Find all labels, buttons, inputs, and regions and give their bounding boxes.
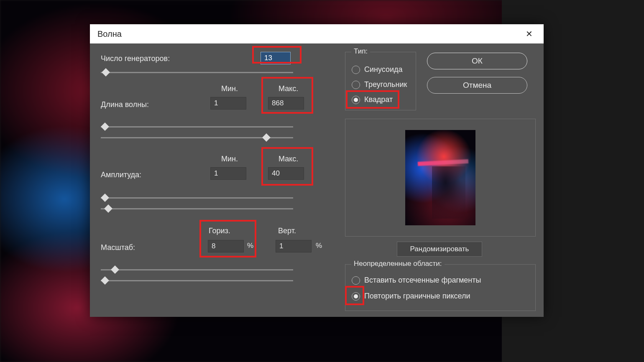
- amplitude-max-slider[interactable]: [101, 208, 293, 209]
- preview-panel: [345, 119, 536, 237]
- generators-input[interactable]: [261, 52, 291, 64]
- cancel-button[interactable]: Отмена: [427, 77, 527, 94]
- wavelength-max-slider-thumb[interactable]: [262, 133, 271, 142]
- amplitude-max-label: Макс.: [279, 155, 298, 163]
- wavelength-min-input[interactable]: [210, 97, 246, 110]
- amplitude-max-input[interactable]: [268, 167, 304, 180]
- scale-horiz-slider-thumb[interactable]: [111, 265, 119, 274]
- scale-vert-slider[interactable]: [101, 280, 293, 281]
- randomize-button[interactable]: Рандомизировать: [397, 242, 482, 257]
- scale-vert-percent: %: [316, 242, 322, 250]
- undefined-repeat-label: Повторить граничные пиксели: [364, 292, 470, 301]
- highlight-amplitude-max: [261, 147, 313, 186]
- type-triangle-label: Треугольник: [364, 80, 407, 89]
- radio-icon: [352, 81, 360, 89]
- scale-horiz-label: Гориз.: [209, 227, 230, 235]
- undefined-group-title: Неопределенные области:: [351, 260, 445, 268]
- close-icon[interactable]: ✕: [522, 27, 536, 41]
- wavelength-max-label: Макс.: [279, 84, 298, 93]
- wavelength-max-input[interactable]: [268, 97, 304, 110]
- wavelength-label: Длина волны:: [101, 100, 149, 109]
- amplitude-min-slider[interactable]: [101, 197, 293, 199]
- scale-vert-input[interactable]: [276, 240, 312, 252]
- generators-label: Число генераторов:: [101, 54, 170, 63]
- radio-icon: [352, 66, 360, 74]
- amplitude-min-label: Мин.: [221, 155, 238, 163]
- dialog-titlebar[interactable]: Волна ✕: [90, 24, 544, 43]
- ok-button[interactable]: ОК: [427, 53, 527, 69]
- wavelength-min-label: Мин.: [221, 84, 238, 93]
- radio-icon: [352, 96, 360, 104]
- type-group-title: Тип:: [351, 47, 370, 56]
- scale-label: Масштаб:: [101, 243, 135, 252]
- scale-horiz-input[interactable]: [208, 240, 244, 252]
- radio-icon: [352, 276, 360, 285]
- preview-image: [405, 130, 475, 225]
- randomize-button-label: Рандомизировать: [410, 245, 469, 253]
- undefined-areas-group: Неопределенные области:: [345, 264, 536, 311]
- scale-horiz-percent: %: [247, 242, 253, 250]
- scale-horiz-slider[interactable]: [101, 269, 293, 270]
- type-sine-label: Синусоида: [364, 65, 403, 74]
- generators-slider-thumb[interactable]: [102, 68, 110, 76]
- generators-slider[interactable]: [101, 72, 293, 73]
- wavelength-min-slider-thumb[interactable]: [101, 122, 109, 131]
- scale-vert-slider-thumb[interactable]: [101, 276, 109, 285]
- type-radio-sine[interactable]: Синусоида: [352, 65, 403, 74]
- amplitude-min-input[interactable]: [210, 167, 246, 180]
- type-radio-square[interactable]: Квадрат: [352, 95, 393, 104]
- undefined-radio-wrap[interactable]: Вставить отсеченные фрагменты: [352, 276, 481, 285]
- type-radio-triangle[interactable]: Треугольник: [352, 80, 407, 89]
- undefined-wrap-label: Вставить отсеченные фрагменты: [364, 276, 481, 285]
- ok-button-label: ОК: [472, 56, 483, 66]
- scale-vert-label: Верт.: [278, 227, 296, 235]
- radio-icon: [352, 292, 360, 301]
- dialog-title: Волна: [97, 29, 122, 39]
- amplitude-min-slider-thumb[interactable]: [101, 194, 109, 202]
- wavelength-min-slider[interactable]: [101, 126, 293, 127]
- amplitude-label: Амплитуда:: [101, 171, 141, 179]
- amplitude-max-slider-thumb[interactable]: [104, 204, 112, 213]
- wave-filter-dialog: Волна ✕ Число генераторов: Мин. Макс. Дл…: [90, 24, 544, 317]
- cancel-button-label: Отмена: [463, 81, 491, 90]
- type-square-label: Квадрат: [364, 95, 393, 104]
- dialog-body: Число генераторов: Мин. Макс. Длина волн…: [90, 43, 544, 317]
- undefined-radio-repeat[interactable]: Повторить граничные пиксели: [352, 292, 470, 301]
